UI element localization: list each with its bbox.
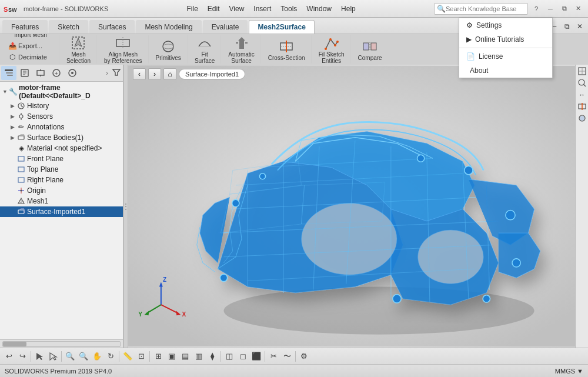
tree-mesh1[interactable]: Mesh1	[0, 196, 123, 206]
bt-front-view-btn[interactable]: ▣	[165, 350, 178, 363]
bt-view-orient-btn[interactable]: ⊞	[152, 350, 165, 363]
property-manager-icon-btn[interactable]	[17, 66, 32, 80]
decimate-button[interactable]: ⬡ Decimiate	[6, 52, 55, 62]
primitives-button[interactable]: Primitives	[153, 37, 183, 62]
tab-sketch[interactable]: Sketch	[49, 20, 88, 34]
tree-origin[interactable]: Origin	[0, 185, 123, 196]
compare-button[interactable]: Compare	[356, 37, 385, 62]
minimize-button[interactable]: ─	[544, 3, 556, 15]
config-manager-icon-btn[interactable]	[33, 66, 48, 80]
bt-section-view-btn[interactable]: ✂	[267, 350, 280, 363]
svg-text:S: S	[4, 6, 8, 13]
export-button[interactable]: 📤 Export...	[6, 41, 55, 51]
close-button[interactable]: ✕	[573, 3, 584, 15]
tree-sensors-expand: ▶	[9, 114, 15, 119]
bt-measure-btn[interactable]: 📏	[121, 350, 134, 363]
bt-pan-btn[interactable]: ✋	[91, 350, 103, 363]
horizontal-scrollbar[interactable]	[2, 341, 121, 347]
fit-sketch-entities-button[interactable]: Fil Sketch Entities	[316, 34, 347, 65]
rp-view-orientation-btn[interactable]	[577, 66, 587, 76]
tab-evaluate[interactable]: Evaluate	[203, 20, 248, 34]
tree-history[interactable]: ▶ History	[0, 101, 123, 111]
tab-mesh-modeling[interactable]: Mesh Modeling	[136, 20, 201, 34]
help-button[interactable]: ?	[530, 3, 542, 15]
tree-top-plane[interactable]: Top Plane	[0, 164, 123, 175]
bt-top-view-btn[interactable]: ▤	[179, 350, 192, 363]
menu-window[interactable]: Window	[302, 2, 336, 15]
feature-tree-icon-btn[interactable]	[1, 66, 16, 80]
search-bar[interactable]: 🔍	[434, 3, 528, 15]
viewport[interactable]: ‹ › ⌂ Surface-Imported1 🔍 ⊞ ↻ ✂ ◫ 💡 🌐 ⚙	[128, 65, 588, 348]
align-mesh-button[interactable]: Align Mesh by References	[102, 34, 144, 65]
bt-wireframe-btn[interactable]: ◻	[236, 350, 249, 363]
panel-maximize-btn[interactable]: ⧉	[561, 21, 573, 32]
breadcrumb-pill[interactable]: Surface-Imported1	[179, 69, 245, 79]
rp-zoom-to-fit-btn[interactable]	[577, 78, 587, 88]
bt-select2-btn[interactable]	[46, 350, 59, 363]
tab-surfaces[interactable]: Surfaces	[89, 20, 135, 34]
tree-material[interactable]: ◈ Material <not specified>	[0, 143, 123, 154]
menu-help[interactable]: Help	[336, 2, 360, 15]
dim-xpert-icon-btn[interactable]: +	[49, 66, 64, 80]
search-icon: 🔍	[437, 5, 446, 13]
bt-smart-dim-btn[interactable]: ⊡	[135, 350, 148, 363]
scrollbar-thumb[interactable]	[3, 342, 26, 346]
rp-appearance-btn[interactable]	[577, 113, 587, 124]
viewport-home-btn[interactable]: ⌂	[163, 68, 176, 80]
bt-select-btn[interactable]	[33, 350, 46, 363]
bt-iso-view-btn[interactable]: ⧫	[206, 350, 219, 363]
svg-point-39	[19, 115, 23, 118]
bt-zoom-in-btn[interactable]: 🔍	[64, 350, 76, 363]
tree-surface-bodies[interactable]: ▶ Surface Bodies(1)	[0, 132, 123, 143]
restore-button[interactable]: ⧉	[559, 3, 570, 15]
menu-file[interactable]: File	[182, 2, 203, 15]
tree-surface-imported[interactable]: Surface-Imported1	[0, 206, 123, 217]
panel-resize-handle[interactable]	[123, 65, 128, 348]
bt-undo-btn[interactable]: ↩	[2, 350, 15, 363]
bt-right-view-btn[interactable]: ▥	[192, 350, 205, 363]
left-panel-chevron[interactable]: ›	[106, 69, 111, 76]
bt-shaded-btn[interactable]: ◫	[223, 350, 236, 363]
menu-insert[interactable]: Insert	[249, 2, 276, 15]
viewport-back-btn[interactable]: ‹	[133, 68, 146, 80]
tab-mesh2surface[interactable]: Mesh2Surface	[249, 20, 314, 34]
bt-zoom-out-btn[interactable]: 🔍	[77, 350, 90, 363]
tree-sensors-icon	[16, 112, 26, 121]
tree-front-plane[interactable]: Front Plane	[0, 154, 123, 164]
search-input[interactable]	[446, 5, 516, 12]
statusbar: SOLIDWORKS Premium 2019 SP4.0 MMGS ▼	[0, 364, 588, 377]
bt-curvature-btn[interactable]: 〜	[280, 350, 293, 363]
tree-sensors[interactable]: ▶ Sensors	[0, 111, 123, 122]
rp-section-view-btn[interactable]	[577, 101, 587, 112]
bt-hidden-btn[interactable]: ⬛	[250, 350, 263, 363]
tab-features[interactable]: Features	[2, 20, 48, 34]
cross-section-button[interactable]: Cross-Section	[266, 37, 308, 62]
rp-pan-btn[interactable]: ↔	[577, 89, 587, 100]
menu-about[interactable]: About	[459, 64, 552, 78]
tree-annotations[interactable]: ▶ ✏ Annotations	[0, 122, 123, 132]
menu-settings[interactable]: ⚙ Settings	[459, 18, 552, 32]
import-mesh-button[interactable]: 📥 Import Mesh	[12, 34, 49, 39]
svg-marker-8	[238, 37, 245, 49]
statusbar-units[interactable]: MMGS ▼	[555, 368, 583, 375]
bt-settings-btn[interactable]: ⚙	[298, 350, 310, 363]
mesh-selection-button[interactable]: Mesh Selection	[64, 34, 93, 65]
menu-online-tutorials[interactable]: ▶ Online Tutorials	[459, 32, 552, 46]
tree-root[interactable]: ▼ 🔧 motor-frame (Default<<Default>_D	[0, 83, 123, 101]
panel-close-btn[interactable]: ✕	[574, 21, 586, 32]
bt-rotate-btn[interactable]: ↻	[104, 350, 117, 363]
menu-license[interactable]: 📄 License	[459, 49, 552, 64]
tree-top-plane-icon	[16, 165, 26, 174]
automatic-surface-button[interactable]: Automatic Surface	[226, 34, 256, 65]
menu-tools[interactable]: Tools	[276, 2, 302, 15]
tree-right-plane[interactable]: Right Plane	[0, 175, 123, 185]
display-manager-icon-btn[interactable]	[65, 66, 80, 80]
fit-surface-button[interactable]: Fit Surface	[192, 34, 217, 65]
viewport-forward-btn[interactable]: ›	[148, 68, 161, 80]
decimate-icon: ⬡	[8, 52, 17, 62]
bt-redo-btn[interactable]: ↪	[16, 350, 29, 363]
tree-front-plane-label: Front Plane	[27, 155, 64, 163]
menu-view[interactable]: View	[225, 2, 249, 15]
menu-edit[interactable]: Edit	[203, 2, 225, 15]
filter-icon-btn[interactable]	[111, 67, 122, 79]
